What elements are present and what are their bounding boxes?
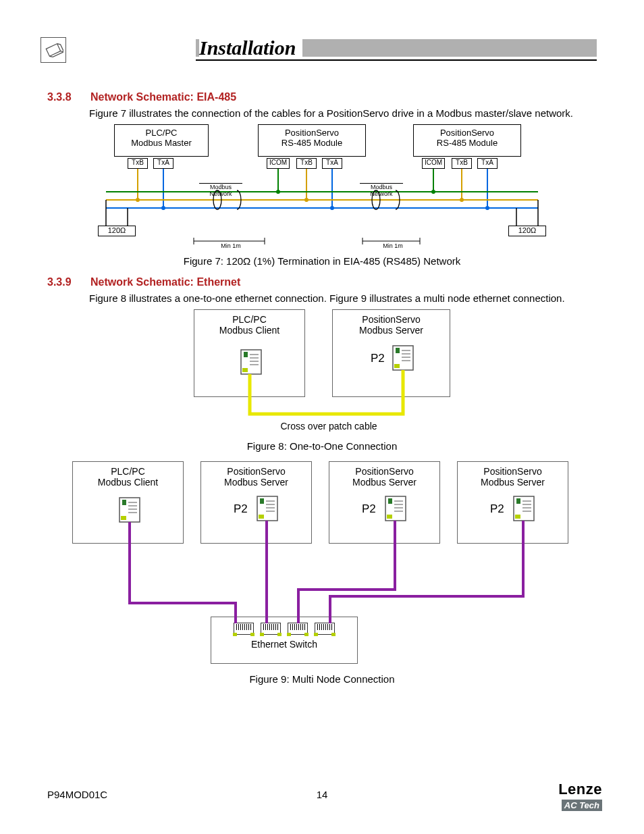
fig8-cable-label: Cross over patch cable [261, 421, 396, 432]
svg-point-19 [276, 190, 280, 194]
doc-icon [41, 37, 66, 63]
svg-point-22 [431, 190, 435, 194]
svg-point-21 [330, 206, 334, 210]
figure-7: PLC/PC Modbus Master TxB TxA PositionSer… [92, 124, 552, 253]
figure-8: PLC/PC Modbus Client PositionServo Modbu… [180, 309, 464, 438]
brand-name: Lenze [558, 781, 602, 798]
footer-doc: P94MOD01C [47, 789, 107, 800]
brand-logo: Lenze AC Tech [558, 781, 602, 811]
fig7-term-right: 120Ω [508, 226, 546, 236]
section-number-339: 3.3.9 [47, 276, 80, 288]
section-number-338: 3.3.8 [47, 91, 80, 103]
figure-9-caption: Figure 9: Multi Node Connection [47, 673, 597, 685]
title-underline [196, 59, 597, 61]
figure-9: PLC/PCModbus Client PositionServoModbus … [65, 461, 579, 671]
svg-point-18 [161, 206, 165, 210]
fig7-min: Min 1m [214, 242, 248, 249]
fig7-term-left: 120Ω [98, 226, 136, 236]
section-title-339: Network Schematic: Ethernet [90, 276, 240, 288]
svg-point-24 [485, 206, 489, 210]
figure-7-caption: Figure 7: 120Ω (1%) Termination in EIA-4… [47, 255, 597, 267]
fig7-bus-label: Modbus Network [360, 183, 403, 197]
section-text-338: Figure 7 illustrates the connection of t… [89, 107, 597, 119]
fig7-bus-label: Modbus Network [199, 183, 242, 197]
section-text-339: Figure 8 illustrates a one-to-one ethern… [89, 292, 597, 304]
chapter-title: Installation [199, 36, 302, 59]
svg-point-20 [304, 198, 308, 202]
fig7-min: Min 1m [376, 242, 410, 249]
figure-8-caption: Figure 8: One-to-One Connection [47, 440, 597, 452]
footer-page: 14 [317, 789, 328, 800]
section-title-338: Network Schematic: EIA-485 [90, 91, 236, 103]
brand-sub: AC Tech [562, 800, 602, 811]
svg-point-17 [136, 198, 140, 202]
svg-point-23 [460, 198, 464, 202]
